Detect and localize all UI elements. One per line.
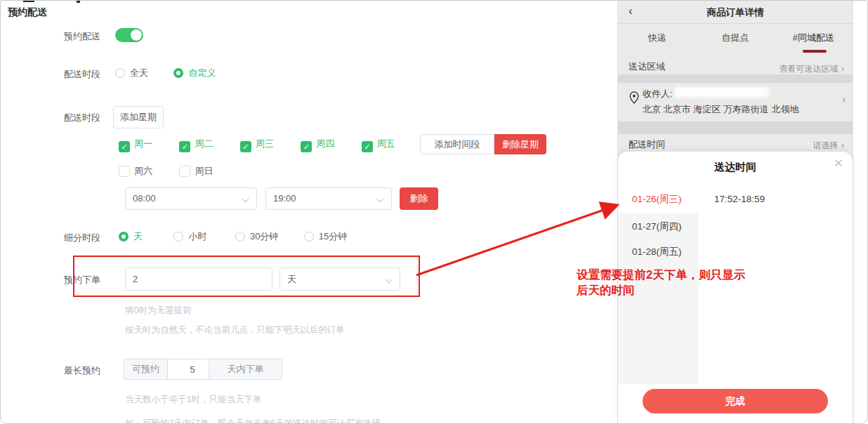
crop-artifact xyxy=(77,1,80,3)
radio-15min[interactable]: 15分钟 xyxy=(304,231,347,241)
reserve-delivery-toggle[interactable] xyxy=(115,28,143,42)
date-option-selected[interactable]: 01-26(周三) xyxy=(618,187,698,212)
radio-hour[interactable]: 小时 xyxy=(173,231,206,241)
max-reserve-group: 可预约 天内下单 xyxy=(124,359,282,380)
annotation-line-2: 后天的时间 xyxy=(577,282,815,298)
radio-label: 天 xyxy=(133,231,143,241)
modal-title: 送达时间 xyxy=(618,161,853,174)
day-label: 周六 xyxy=(134,166,152,176)
redacted-recipient-info xyxy=(674,87,769,98)
delivery-time-select-row[interactable]: 请选择 › xyxy=(813,138,844,152)
radio-custom[interactable]: 自定义 xyxy=(173,67,216,78)
add-timeslot-button[interactable]: 添加时间段 xyxy=(420,134,494,154)
radio-icon xyxy=(173,68,183,78)
radio-label: 全天 xyxy=(130,67,148,78)
radio-label: 自定义 xyxy=(188,67,216,78)
recipient-label: 收件人: xyxy=(643,88,673,100)
radio-all-day[interactable]: 全天 xyxy=(115,67,148,78)
radio-label: 15分钟 xyxy=(319,231,347,241)
link-label: 查看可送达区域 xyxy=(780,64,839,74)
done-button[interactable]: 完成 xyxy=(643,389,828,413)
time-start-value: 08:00 xyxy=(133,193,156,204)
max-reserve-hint-2: 如：可预约7天内订单，即今天与未来6天的送达时间可让买家选择 xyxy=(125,418,381,424)
delete-week-button[interactable]: 删除星期 xyxy=(494,134,546,154)
radio-icon xyxy=(119,232,129,241)
checkbox-fri[interactable]: ✓周五 xyxy=(362,138,395,149)
day-label: 周一 xyxy=(134,138,152,149)
date-option[interactable]: 01-27(周四) xyxy=(618,214,698,239)
time-start-select[interactable]: 08:00 xyxy=(125,187,257,210)
time-end-value: 19:00 xyxy=(273,193,296,204)
checkbox-checked-icon: ✓ xyxy=(301,141,312,152)
max-reserve-prefix: 可预约 xyxy=(124,359,167,380)
mobile-preview-panel: ‹ 商品订单详情 快递 自提点 #同城配送 送达区域 查看可送达区域 › 收件人… xyxy=(617,1,853,424)
preview-title: 商品订单详情 xyxy=(618,1,853,24)
checkbox-unchecked-icon xyxy=(179,166,190,177)
chevron-down-icon xyxy=(242,196,249,203)
active-tab-underline xyxy=(803,50,827,53)
tab-express[interactable]: 快递 xyxy=(618,24,696,55)
crop-artifact xyxy=(23,1,34,2)
day-label: 周四 xyxy=(316,138,334,149)
week-section-label: 配送时段 xyxy=(64,112,100,124)
checkbox-checked-icon: ✓ xyxy=(240,141,251,152)
day-label: 周三 xyxy=(256,138,274,149)
placeholder-label: 请选择 xyxy=(813,140,839,150)
time-end-select[interactable]: 19:00 xyxy=(265,187,392,210)
delivery-area-label: 送达区域 xyxy=(629,60,665,73)
radio-day[interactable]: 天 xyxy=(119,231,143,241)
advance-hint-1: 填0时为无需提前 xyxy=(125,305,191,317)
checkbox-unchecked-icon xyxy=(119,166,130,177)
tab-pickup-point[interactable]: 自提点 xyxy=(696,24,774,55)
preview-header: ‹ 商品订单详情 xyxy=(618,1,853,24)
chevron-down-icon xyxy=(386,277,393,284)
time-slot-option[interactable]: 17:52-18:59 xyxy=(714,187,765,212)
max-reserve-days-input[interactable] xyxy=(167,359,209,380)
checkbox-mon[interactable]: ✓周一 xyxy=(119,138,152,149)
checkbox-checked-icon: ✓ xyxy=(179,141,190,152)
section-divider xyxy=(618,74,853,83)
day-label: 周二 xyxy=(195,138,213,149)
close-icon[interactable]: × xyxy=(834,154,843,171)
reserve-toggle-label: 预约配送 xyxy=(64,30,100,43)
delivery-time-label: 配送时间 xyxy=(629,138,665,151)
weekday-checkbox-row-2: 周六 周日 xyxy=(119,164,213,178)
recipient-address: 北京 北京市 海淀区 万寿路街道 北领地 xyxy=(643,103,798,116)
checkbox-wed[interactable]: ✓周三 xyxy=(240,138,274,149)
period-label: 配送时段 xyxy=(64,68,100,81)
day-label: 周五 xyxy=(377,138,395,149)
chevron-right-icon: › xyxy=(841,64,844,74)
checkbox-thu[interactable]: ✓周四 xyxy=(301,138,334,149)
chevron-down-icon xyxy=(377,196,384,203)
advance-hint-2: 按天时为自然天，不论当前几点，只能下明天以后的订单 xyxy=(125,324,345,336)
max-reserve-suffix: 天内下单 xyxy=(209,359,282,380)
section-divider xyxy=(618,121,853,134)
day-label: 周日 xyxy=(195,166,213,176)
page-title: 预约配送 xyxy=(8,6,47,19)
granularity-radio-group: 天 小时 30分钟 15分钟 xyxy=(119,230,347,243)
chevron-right-icon[interactable]: › xyxy=(842,93,846,105)
advance-unit-select[interactable]: 天 xyxy=(280,267,400,291)
radio-label: 小时 xyxy=(188,231,206,241)
radio-icon xyxy=(173,232,183,241)
chevron-right-icon: › xyxy=(841,140,844,150)
checkbox-sun[interactable]: 周日 xyxy=(179,166,213,176)
max-reserve-hint-1: 当天数小于等于1时，只能当天下单 xyxy=(125,394,261,406)
checkbox-sat[interactable]: 周六 xyxy=(119,166,152,176)
toggle-knob xyxy=(131,29,142,41)
radio-30min[interactable]: 30分钟 xyxy=(235,231,278,241)
location-pin-icon xyxy=(629,91,639,104)
view-delivery-area-link[interactable]: 查看可送达区域 › xyxy=(780,62,844,75)
checkbox-checked-icon: ✓ xyxy=(362,141,373,152)
weekday-checkbox-row: ✓周一 ✓周二 ✓周三 ✓周四 ✓周五 xyxy=(119,137,395,152)
checkbox-tue[interactable]: ✓周二 xyxy=(179,138,213,149)
advance-unit-value: 天 xyxy=(287,274,296,284)
period-radio-group: 全天 自定义 xyxy=(115,66,216,79)
add-week-button[interactable]: 添加星期 xyxy=(113,106,164,128)
radio-icon xyxy=(304,232,314,241)
checkbox-checked-icon: ✓ xyxy=(119,141,130,152)
app-screen: 预约配送 预约配送 配送时段 全天 自定义 配送时段 添加星期 ✓周一 ✓周二 … xyxy=(0,0,868,424)
date-option[interactable]: 01-28(周五) xyxy=(618,239,698,265)
radio-icon xyxy=(235,232,245,241)
radio-label: 30分钟 xyxy=(250,231,278,241)
